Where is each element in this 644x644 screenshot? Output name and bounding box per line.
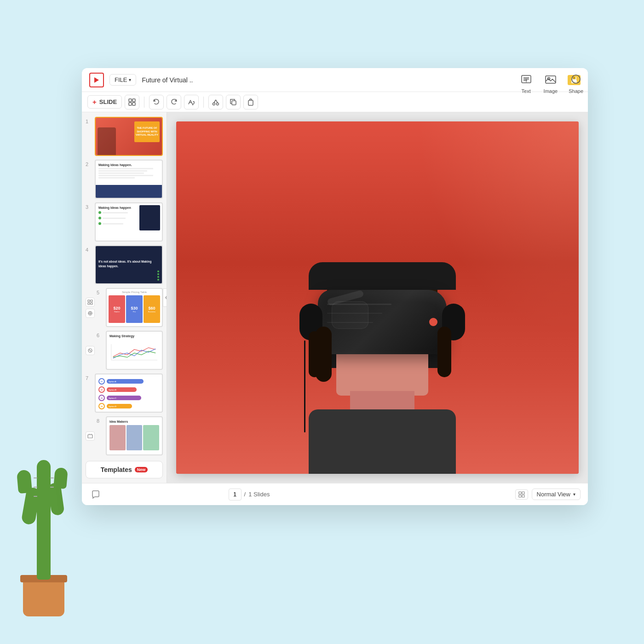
normal-view-button[interactable]: Normal View ▾: [532, 489, 581, 500]
slide-side-icon-2[interactable]: [86, 309, 95, 318]
total-slides: 1 Slides: [248, 491, 270, 498]
svg-point-10: [213, 103, 215, 105]
slide-thumb-5[interactable]: 5 Simple Pricing Table $20Starter $30Pro…: [97, 288, 163, 327]
presentation-title: Future of Virtual ..: [142, 76, 562, 84]
slide-thumb-4[interactable]: 4 It's not about ideas. It's about Makin…: [86, 245, 163, 284]
current-slide[interactable]: [176, 121, 579, 474]
bottom-bar: 1 / 1 Slides Normal View ▾: [82, 483, 588, 505]
svg-point-11: [217, 103, 219, 105]
slide-thumb-1[interactable]: 1 THE FUTURE OF SHOPPING WITH VIRTUAL RE…: [86, 117, 163, 156]
divider-2: [203, 97, 204, 108]
present-button[interactable]: [89, 73, 104, 87]
page-navigation: 1 / 1 Slides: [229, 489, 270, 500]
svg-rect-14: [232, 101, 236, 105]
templates-button[interactable]: Templates New: [86, 461, 163, 478]
text-tool[interactable]: T Text: [520, 73, 533, 94]
toolbar: + SLIDE: [82, 92, 588, 112]
svg-rect-38: [519, 492, 521, 494]
svg-rect-7: [132, 103, 135, 105]
title-bar: FILE ▾ Future of Virtual ..: [82, 68, 588, 92]
collapse-panel-handle[interactable]: [163, 288, 167, 307]
svg-rect-39: [522, 492, 524, 494]
svg-line-32: [89, 350, 91, 351]
slide-5-area: 5 Simple Pricing Table $20Starter $30Pro…: [86, 288, 163, 327]
svg-rect-35: [88, 435, 92, 438]
main-canvas[interactable]: [167, 112, 588, 483]
slide-panel: 1 THE FUTURE OF SHOPPING WITH VIRTUAL RE…: [82, 112, 167, 483]
svg-rect-26: [88, 303, 90, 305]
slide-8-area: 8 Idea Makers: [86, 416, 163, 455]
paint-format-button[interactable]: [184, 95, 199, 109]
main-content: 1 THE FUTURE OF SHOPPING WITH VIRTUAL RE…: [82, 112, 588, 483]
add-slide-button[interactable]: + SLIDE: [87, 95, 122, 109]
svg-point-23: [572, 75, 580, 83]
svg-line-13: [216, 100, 218, 103]
svg-rect-15: [248, 100, 253, 105]
file-menu[interactable]: FILE ▾: [109, 74, 136, 86]
svg-marker-0: [94, 77, 99, 83]
svg-rect-40: [519, 495, 521, 497]
vr-person: [290, 216, 465, 474]
redo-button[interactable]: [167, 95, 181, 109]
cactus-decoration: [0, 396, 92, 616]
app-window: FILE ▾ Future of Virtual .. + SLIDE: [82, 68, 588, 505]
layout-button[interactable]: [125, 95, 139, 109]
svg-rect-27: [91, 303, 92, 305]
undo-button[interactable]: [149, 95, 164, 109]
view-controls: Normal View ▾: [515, 489, 581, 500]
slide-thumb-6[interactable]: 6 Making Strategy: [97, 331, 163, 370]
insert-tools: T Text Image Shape: [520, 73, 583, 94]
svg-rect-24: [88, 300, 90, 302]
divider-1: [144, 97, 144, 108]
copy-button[interactable]: [226, 95, 241, 109]
svg-rect-4: [129, 99, 132, 102]
slide-side-icon-4[interactable]: [86, 431, 95, 441]
slide-6-area: 6 Making Strategy: [86, 331, 163, 370]
slide-thumb-8[interactable]: 8 Idea Makers: [97, 416, 163, 455]
slide-side-icon-3[interactable]: [86, 346, 95, 355]
image-tool[interactable]: Image: [544, 73, 558, 94]
slide-thumb-3[interactable]: 3 Making Ideas happen: [86, 202, 163, 242]
svg-text:T: T: [525, 78, 528, 83]
svg-rect-41: [522, 495, 524, 497]
slide-thumb-7[interactable]: 7 01 Option A 02 Option B: [86, 374, 163, 413]
svg-line-12: [214, 100, 216, 103]
comment-button[interactable]: [89, 488, 102, 501]
page-separator: /: [244, 491, 246, 498]
slide-side-icon-1[interactable]: [86, 298, 95, 307]
vr-scene: [176, 121, 579, 474]
paste-button[interactable]: [243, 95, 258, 109]
shape-tool[interactable]: Shape: [569, 73, 583, 94]
slide-thumb-2[interactable]: 2 Making Ideas happen.: [86, 160, 163, 199]
svg-rect-25: [91, 300, 92, 302]
svg-rect-6: [129, 103, 132, 105]
page-number-input[interactable]: 1: [229, 489, 242, 500]
view-icon[interactable]: [515, 489, 528, 500]
svg-rect-5: [132, 99, 135, 102]
cut-button[interactable]: [208, 95, 223, 109]
